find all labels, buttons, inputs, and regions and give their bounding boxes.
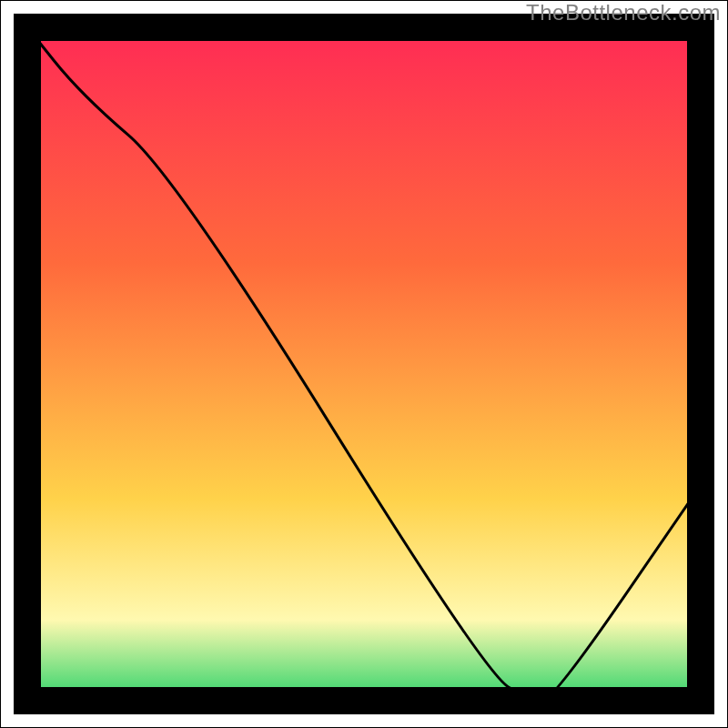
bottleneck-chart — [0, 0, 728, 728]
watermark-text: TheBottleneck.com — [526, 0, 721, 25]
plot-background — [27, 27, 701, 701]
chart-container: TheBottleneck.com — [0, 0, 728, 728]
